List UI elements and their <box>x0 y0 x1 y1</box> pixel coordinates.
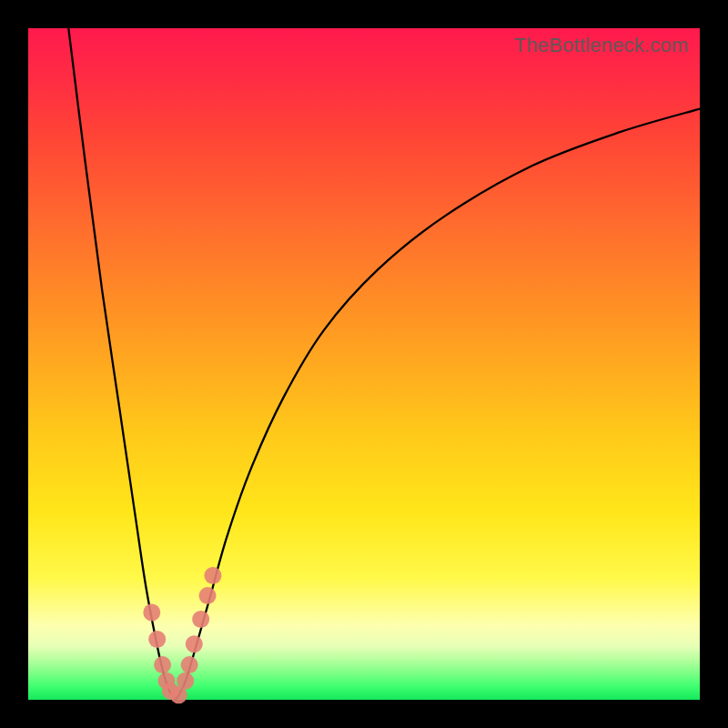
data-marker <box>177 672 194 690</box>
data-marker <box>154 656 171 673</box>
data-marker <box>148 631 166 648</box>
data-marker <box>181 656 198 673</box>
data-marker <box>204 567 221 584</box>
data-marker <box>186 635 203 652</box>
data-marker <box>199 587 217 604</box>
curve-right <box>176 109 700 700</box>
plot-area: TheBottleneck.com <box>28 28 700 700</box>
data-marker <box>192 611 209 628</box>
curve-left <box>68 28 175 699</box>
curve-layer <box>28 28 700 700</box>
chart-frame: TheBottleneck.com <box>0 0 728 728</box>
marker-group <box>143 567 221 703</box>
data-marker <box>143 604 160 622</box>
